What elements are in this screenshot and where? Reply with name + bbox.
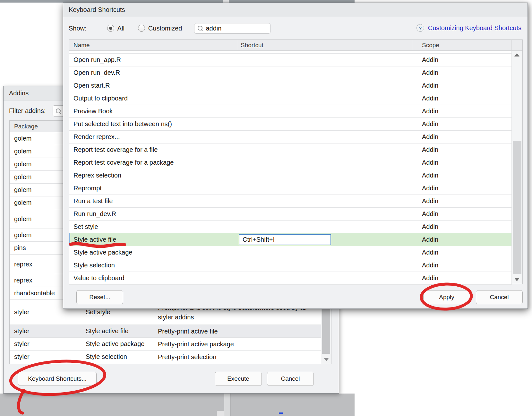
shortcuts-scrollbar[interactable] bbox=[511, 51, 522, 284]
help-icon: ? bbox=[416, 24, 424, 32]
shortcut-row-name: Report test coverage for a package bbox=[69, 159, 238, 166]
shortcut-row-name: Open start.R bbox=[69, 82, 238, 89]
show-label: Show: bbox=[69, 25, 87, 32]
scroll-down-icon[interactable] bbox=[324, 358, 329, 361]
shortcut-row-scope: Addin bbox=[412, 159, 512, 166]
shortcut-row-name: Preview Book bbox=[69, 108, 238, 115]
shortcut-row-name: Reprompt bbox=[69, 185, 238, 192]
shortcut-row-scope: Addin bbox=[412, 82, 512, 89]
customizing-shortcuts-link[interactable]: Customizing Keyboard Shortcuts bbox=[428, 24, 521, 32]
shortcut-row[interactable]: Preview BookAddin bbox=[69, 105, 512, 118]
background-window-tab bbox=[223, 0, 229, 3]
shortcut-row-name: Open run_app.R bbox=[69, 56, 238, 64]
shortcut-row[interactable]: Report test coverage for a packageAddin bbox=[69, 156, 512, 169]
shortcut-row-scope: Addin bbox=[412, 236, 512, 243]
addins-cancel-button[interactable]: Cancel bbox=[267, 372, 314, 386]
shortcut-row-name: Open run_dev.R bbox=[69, 69, 238, 76]
shortcut-row-name: Set style bbox=[69, 223, 238, 230]
addin-row-description: Pretty-print selection bbox=[153, 352, 331, 362]
shortcut-row-name: Report test coverage for a file bbox=[69, 146, 238, 153]
screen: Addins Filter addins: Package golemgolem… bbox=[0, 0, 532, 416]
shortcut-row-name: Style active file bbox=[69, 236, 238, 243]
shortcut-row[interactable]: Reprex selectionAddin bbox=[69, 169, 512, 182]
addin-row-name: Style active package bbox=[81, 340, 153, 348]
shortcut-row-scope: Addin bbox=[412, 108, 512, 115]
apply-button[interactable]: Apply bbox=[423, 290, 470, 304]
shortcut-row-name: Output to clipboard bbox=[69, 95, 238, 102]
keyboard-shortcuts-dialog: Keyboard Shortcuts Show: All Customized … bbox=[63, 3, 528, 309]
radio-all[interactable] bbox=[107, 25, 114, 32]
cancel-button[interactable]: Cancel bbox=[476, 290, 523, 304]
addin-row[interactable]: stylerStyle active packagePretty-print a… bbox=[10, 338, 331, 351]
addin-row-package: styler bbox=[10, 327, 81, 335]
shortcut-searchbox[interactable] bbox=[194, 23, 270, 34]
shortcut-row[interactable]: Open run_app.RAddin bbox=[69, 54, 512, 66]
radio-customized[interactable] bbox=[138, 25, 145, 32]
cancel-button-label: Cancel bbox=[490, 294, 509, 301]
addin-row[interactable]: stylerStyle selectionPretty-print select… bbox=[10, 351, 331, 363]
show-filter-controls: Show: All Customized bbox=[69, 21, 270, 36]
shortcuts-table-header: Name Shortcut Scope bbox=[69, 40, 522, 51]
shortcut-row-scope: Addin bbox=[412, 95, 512, 102]
shortcut-row-scope: Addin bbox=[412, 210, 512, 218]
scroll-up-icon[interactable] bbox=[514, 53, 519, 56]
shortcut-row[interactable]: Run run_dev.RAddin bbox=[69, 208, 512, 221]
scrollbar-thumb[interactable] bbox=[322, 307, 330, 354]
shortcut-row[interactable]: Style active fileAddin bbox=[69, 233, 512, 246]
column-scope: Scope bbox=[412, 40, 512, 50]
shortcut-row-name: Style selection bbox=[69, 262, 238, 269]
radio-all-label[interactable]: All bbox=[117, 25, 124, 32]
addin-row-name: Style selection bbox=[81, 353, 153, 360]
radio-customized-label[interactable]: Customized bbox=[148, 25, 182, 32]
shortcut-row-scope: Addin bbox=[412, 185, 512, 192]
reset-button-label: Reset... bbox=[89, 294, 110, 301]
shortcut-row-name: Reprex selection bbox=[69, 172, 238, 179]
shortcut-search-input[interactable] bbox=[206, 25, 257, 32]
column-name: Name bbox=[69, 40, 238, 50]
shortcut-row[interactable]: Put selected text into between ns()Addin bbox=[69, 118, 512, 131]
keyboard-shortcuts-title: Keyboard Shortcuts bbox=[69, 6, 125, 13]
shortcut-row[interactable]: Render reprex...Addin bbox=[69, 131, 512, 143]
scrollbar-thumb[interactable] bbox=[513, 141, 521, 274]
shortcut-row[interactable]: Open start.RAddin bbox=[69, 79, 512, 92]
filter-addins-row: Filter addins: bbox=[9, 104, 46, 118]
shortcut-row[interactable]: Open run_dev.RAddin bbox=[69, 66, 512, 79]
shortcut-row-name: Run run_dev.R bbox=[69, 210, 238, 218]
shortcut-row-scope: Addin bbox=[412, 146, 512, 153]
execute-button-label: Execute bbox=[227, 375, 249, 382]
shortcut-row[interactable]: Run a test fileAddin bbox=[69, 195, 512, 208]
addin-row[interactable]: stylerStyle active filePretty-print acti… bbox=[10, 325, 331, 338]
addins-cancel-button-label: Cancel bbox=[281, 375, 300, 382]
addins-dialog-title: Addins bbox=[9, 90, 29, 97]
shortcut-row-name: Render reprex... bbox=[69, 133, 238, 141]
shortcut-row[interactable]: Output to clipboardAddin bbox=[69, 92, 512, 105]
background-window-top-strip bbox=[0, 0, 355, 3]
shortcut-row[interactable]: RepromptAddin bbox=[69, 182, 512, 195]
shortcut-row[interactable]: Style selectionAddin bbox=[69, 259, 512, 272]
scroll-down-icon[interactable] bbox=[514, 278, 519, 281]
shortcut-table-rows: Open run_app.RAddinOpen run_dev.RAddinOp… bbox=[69, 51, 512, 284]
shortcut-row-name: Value to clipboard bbox=[69, 274, 238, 282]
shortcut-row-scope: Addin bbox=[412, 249, 512, 256]
column-shortcut: Shortcut bbox=[238, 40, 412, 50]
background-window-bottom-strip bbox=[0, 394, 355, 416]
shortcut-row-scope: Addin bbox=[412, 120, 512, 128]
shortcut-edit-input[interactable] bbox=[239, 234, 331, 245]
apply-button-label: Apply bbox=[439, 294, 454, 301]
shortcut-row-scope: Addin bbox=[412, 274, 512, 282]
shortcuts-table: Name Shortcut Scope Open run_app.RAddinO… bbox=[69, 39, 523, 284]
reset-button[interactable]: Reset... bbox=[76, 290, 123, 304]
background-scrollbar-corner bbox=[217, 411, 224, 416]
keyboard-shortcuts-titlebar: Keyboard Shortcuts bbox=[63, 3, 528, 17]
execute-button[interactable]: Execute bbox=[215, 372, 262, 386]
shortcut-row[interactable]: Set styleAddin bbox=[69, 221, 512, 233]
addin-row-name: Set style bbox=[81, 308, 153, 316]
shortcut-row-scope: Addin bbox=[412, 172, 512, 179]
shortcut-row[interactable]: Report test coverage for a fileAddin bbox=[69, 143, 512, 156]
background-caret-fragment bbox=[279, 412, 283, 414]
shortcut-row[interactable]: Value to clipboardAddin bbox=[69, 272, 512, 285]
shortcut-row[interactable]: Style active packageAddin bbox=[69, 246, 512, 259]
addin-row-package: styler bbox=[10, 353, 81, 360]
shortcut-row-scope: Addin bbox=[412, 197, 512, 205]
keyboard-shortcuts-button[interactable]: Keyboard Shortcuts... bbox=[18, 372, 97, 386]
